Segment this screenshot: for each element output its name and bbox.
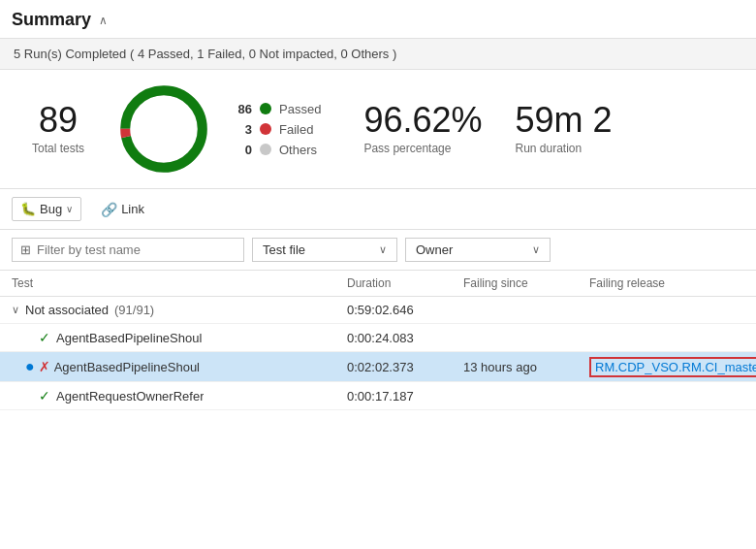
- col-failing-release: Failing release: [589, 276, 744, 290]
- failed-dot: [260, 123, 271, 135]
- legend-others: 0 Others: [231, 143, 321, 157]
- bug-chevron-icon: ∨: [66, 204, 73, 214]
- bug-icon: 🐛: [20, 202, 36, 216]
- total-tests-label: Total tests: [19, 142, 97, 155]
- link-chain-icon: 🔗: [101, 202, 117, 217]
- failed-count: 3: [231, 122, 252, 137]
- failed-label: Failed: [279, 122, 313, 137]
- pass-pct-label: Pass percentage: [363, 142, 482, 155]
- summary-bar-text: 5 Run(s) Completed ( 4 Passed, 1 Failed,…: [14, 47, 396, 61]
- group-name: Not associated: [25, 303, 109, 317]
- total-tests-block: 89 Total tests: [19, 103, 97, 155]
- page-title: Summary: [12, 10, 91, 30]
- filter-input-wrap[interactable]: ⊞: [12, 238, 244, 262]
- legend-passed: 86 Passed: [231, 102, 321, 116]
- table-row: ✓ AgentRequestOwnerRefer 0:00:17.187: [0, 382, 756, 410]
- legend-failed: 3 Failed: [231, 122, 321, 137]
- table-body: ∨ Not associated (91/91) 0:59:02.646 ✓ A…: [0, 297, 756, 410]
- link-button[interactable]: 🔗 Link: [93, 198, 152, 221]
- table-header: Test Duration Failing since Failing rele…: [0, 271, 756, 297]
- filter-input[interactable]: [37, 242, 236, 257]
- stats-row: 89 Total tests 86 Passed 3 Failed 0: [0, 70, 756, 189]
- fail-icon: ✗: [39, 359, 50, 374]
- summary-bar: 5 Run(s) Completed ( 4 Passed, 1 Failed,…: [0, 39, 756, 70]
- group-chevron-icon[interactable]: ∨: [12, 304, 19, 316]
- run-duration-label: Run duration: [515, 142, 612, 155]
- group-duration: 0:59:02.646: [347, 303, 463, 317]
- total-tests-value: 89: [19, 103, 97, 138]
- others-count: 0: [231, 143, 252, 157]
- failing-release-link[interactable]: RM.CDP_VSO.RM.CI_master...: [589, 357, 756, 377]
- pass-icon: ✓: [39, 330, 50, 345]
- pass-icon: ✓: [39, 388, 50, 404]
- row3-test-name: AgentRequestOwnerRefer: [56, 389, 204, 404]
- filter-icon: ⊞: [20, 242, 31, 257]
- row2-failing-release: RM.CDP_VSO.RM.CI_master...: [589, 360, 744, 374]
- test-file-chevron-icon: ∨: [379, 243, 387, 256]
- chart-legend: 86 Passed 3 Failed 0 Others: [231, 102, 321, 157]
- action-bar: 🐛 Bug ∨ 🔗 Link: [0, 189, 756, 230]
- pass-pct-value: 96.62%: [363, 103, 482, 138]
- table-row: ✓ AgentBasedPipelineShoul 0:00:24.083: [0, 324, 756, 352]
- col-duration: Duration: [347, 276, 463, 290]
- row2-test-cell: ● ✗ AgentBasedPipelineShoul: [12, 358, 347, 375]
- circle-blue-icon: ●: [25, 358, 35, 375]
- others-label: Others: [279, 143, 317, 157]
- group-count: (91/91): [114, 303, 154, 317]
- pass-percentage-block: 96.62% Pass percentage: [363, 103, 482, 155]
- collapse-icon[interactable]: ∧: [99, 14, 108, 27]
- col-test: Test: [12, 276, 347, 290]
- svg-point-3: [138, 103, 191, 156]
- filter-bar: ⊞ Test file ∨ Owner ∨: [0, 230, 756, 271]
- bug-label: Bug: [40, 202, 62, 216]
- row2-duration: 0:02:02.373: [347, 360, 463, 374]
- owner-label: Owner: [416, 242, 453, 257]
- row2-test-name: AgentBasedPipelineShoul: [54, 360, 200, 374]
- row3-duration: 0:00:17.187: [347, 389, 463, 404]
- row1-test-name: AgentBasedPipelineShoul: [56, 331, 202, 345]
- passed-dot: [260, 103, 271, 114]
- donut-chart: [120, 85, 207, 173]
- owner-chevron-icon: ∨: [532, 243, 540, 256]
- passed-label: Passed: [279, 102, 321, 116]
- summary-header: Summary ∧: [0, 0, 756, 39]
- group-cell-test: ∨ Not associated (91/91): [12, 303, 347, 317]
- row3-test-cell: ✓ AgentRequestOwnerRefer: [12, 388, 347, 404]
- row2-failing-since: 13 hours ago: [463, 360, 589, 374]
- test-file-label: Test file: [263, 242, 305, 257]
- others-dot: [260, 144, 271, 155]
- run-duration-value: 59m 2: [515, 103, 612, 138]
- link-label: Link: [121, 202, 144, 216]
- group-row-not-associated: ∨ Not associated (91/91) 0:59:02.646: [0, 297, 756, 324]
- row1-duration: 0:00:24.083: [347, 331, 463, 345]
- test-file-dropdown[interactable]: Test file ∨: [252, 238, 397, 262]
- bug-button[interactable]: 🐛 Bug ∨: [12, 197, 81, 221]
- passed-count: 86: [231, 102, 252, 116]
- col-failing-since: Failing since: [463, 276, 589, 290]
- owner-dropdown[interactable]: Owner ∨: [405, 238, 551, 262]
- run-duration-block: 59m 2 Run duration: [515, 103, 612, 155]
- row1-test-cell: ✓ AgentBasedPipelineShoul: [12, 330, 347, 345]
- donut-svg: [120, 85, 207, 173]
- table-row: ● ✗ AgentBasedPipelineShoul 0:02:02.373 …: [0, 352, 756, 382]
